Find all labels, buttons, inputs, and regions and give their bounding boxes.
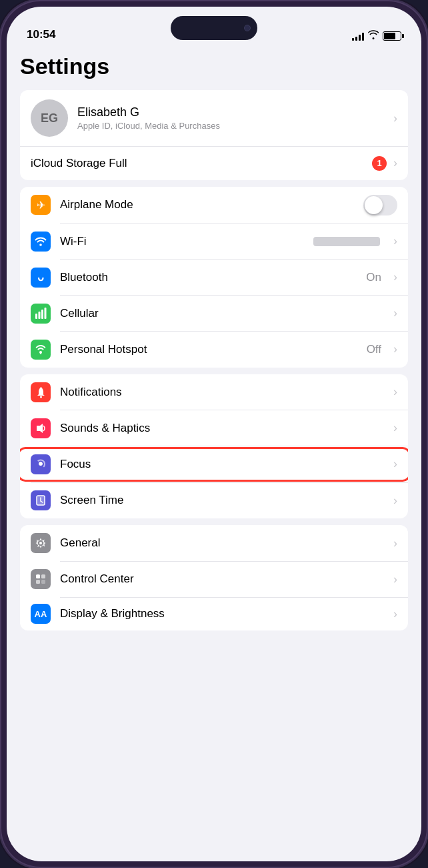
svg-rect-3 [41, 310, 43, 319]
profile-row[interactable]: EG Elisabeth G Apple ID, iCloud, Media &… [20, 90, 408, 146]
focus-row[interactable]: Focus › [20, 446, 408, 482]
sounds-chevron: › [393, 421, 397, 435]
svg-rect-1 [35, 314, 37, 319]
general-card: General › Control Center [20, 525, 408, 630]
icloud-row[interactable]: iCloud Storage Full 1 › [20, 147, 408, 180]
svg-point-0 [39, 244, 42, 246]
wifi-label: Wi-Fi [60, 235, 304, 248]
profile-chevron: › [393, 111, 397, 125]
notifications-label: Notifications [60, 386, 384, 399]
notifications-icon [31, 382, 51, 402]
notifications-chevron: › [393, 385, 397, 399]
airplane-row[interactable]: ✈ Airplane Mode [20, 187, 408, 224]
hotspot-row[interactable]: Personal Hotspot Off › [20, 332, 408, 368]
profile-subtitle: Apple ID, iCloud, Media & Purchases [77, 121, 384, 131]
svg-point-7 [40, 396, 42, 398]
screentime-row[interactable]: Screen Time › [20, 482, 408, 518]
wifi-chevron: › [393, 234, 397, 248]
profile-name: Elisabeth G [77, 105, 384, 119]
bluetooth-value: On [366, 271, 381, 284]
bluetooth-chevron: › [393, 270, 397, 284]
phone-frame: 10:54 [0, 0, 428, 868]
avatar: EG [31, 99, 68, 137]
focus-label: Focus [60, 458, 384, 471]
wifi-status-icon [368, 30, 379, 41]
cellular-row[interactable]: Cellular › [20, 296, 408, 332]
general-icon [31, 533, 51, 553]
signal-icon [352, 31, 364, 41]
screen-content: Settings EG Elisabeth G Apple ID, iCloud… [7, 7, 421, 861]
airplane-toggle[interactable] [363, 195, 397, 215]
svg-rect-12 [41, 574, 45, 578]
svg-rect-14 [41, 580, 45, 584]
display-chevron: › [393, 607, 397, 621]
airplane-icon: ✈ [31, 195, 51, 215]
icloud-badge: 1 [372, 156, 387, 171]
screentime-label: Screen Time [60, 494, 384, 507]
notifications-row[interactable]: Notifications › [20, 374, 408, 410]
wifi-icon [31, 232, 51, 252]
control-center-label: Control Center [60, 572, 384, 586]
svg-point-10 [39, 542, 42, 544]
battery-icon [383, 31, 401, 41]
profile-card[interactable]: EG Elisabeth G Apple ID, iCloud, Media &… [20, 90, 408, 180]
general-label: General [60, 536, 384, 550]
general-chevron: › [393, 536, 397, 550]
notifications-card: Notifications › Sounds & Haptics › [20, 374, 408, 519]
profile-info: Elisabeth G Apple ID, iCloud, Media & Pu… [77, 105, 384, 131]
svg-rect-13 [36, 580, 40, 584]
screentime-chevron: › [393, 494, 397, 508]
connectivity-card: ✈ Airplane Mode [20, 187, 408, 368]
bluetooth-row[interactable]: ᴗ Bluetooth On › [20, 260, 408, 296]
dynamic-island [171, 16, 257, 40]
bluetooth-label: Bluetooth [60, 271, 357, 284]
cellular-chevron: › [393, 306, 397, 320]
screentime-icon [31, 490, 51, 510]
page-title: Settings [7, 47, 421, 90]
cellular-label: Cellular [60, 307, 384, 320]
icloud-chevron: › [393, 156, 397, 170]
sounds-label: Sounds & Haptics [60, 422, 384, 435]
hotspot-value: Off [367, 343, 381, 356]
sounds-row[interactable]: Sounds & Haptics › [20, 410, 408, 446]
svg-rect-2 [39, 312, 41, 319]
focus-icon [31, 454, 51, 474]
bluetooth-icon: ᴗ [31, 268, 51, 288]
control-center-icon [31, 569, 51, 589]
hotspot-label: Personal Hotspot [60, 343, 357, 356]
status-icons [352, 30, 401, 41]
focus-chevron: › [393, 457, 397, 471]
display-label: Display & Brightness [60, 607, 384, 620]
airplane-label: Airplane Mode [60, 198, 354, 211]
svg-marker-8 [37, 424, 43, 433]
cellular-icon [31, 304, 51, 324]
general-row[interactable]: General › [20, 525, 408, 561]
wifi-value-blurred [313, 237, 380, 246]
control-center-row[interactable]: Control Center › [20, 561, 408, 597]
wifi-row[interactable]: Wi-Fi › [20, 224, 408, 260]
front-camera [244, 25, 251, 31]
icloud-label: iCloud Storage Full [31, 157, 365, 170]
hotspot-icon [31, 340, 51, 360]
focus-wrapper: Focus › [20, 446, 408, 482]
svg-rect-4 [45, 308, 47, 319]
phone-screen: 10:54 [7, 7, 421, 861]
svg-rect-11 [36, 574, 40, 578]
control-center-chevron: › [393, 572, 397, 586]
display-row[interactable]: AA Display & Brightness › [20, 597, 408, 630]
display-icon: AA [31, 604, 51, 624]
hotspot-chevron: › [393, 342, 397, 356]
sounds-icon [31, 418, 51, 438]
